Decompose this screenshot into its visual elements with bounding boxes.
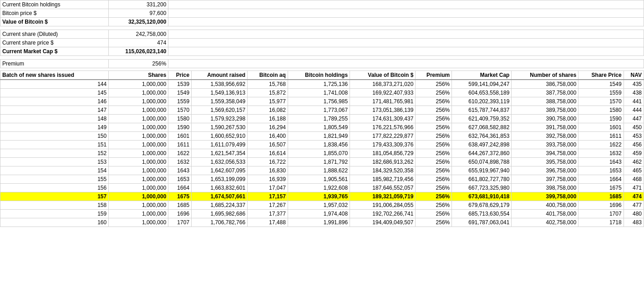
- table-row: 1511,000,00016111,611,079,49916,5071,838…: [0, 141, 644, 149]
- table-cell: 1,957,032: [288, 201, 350, 210]
- table-cell: 1,559,358,049: [192, 97, 248, 106]
- table-cell: 171,481,765,981: [350, 97, 416, 106]
- table-cell: 156: [0, 184, 109, 192]
- table-cell: 256%: [416, 80, 452, 89]
- table-cell: 174,631,309,437: [350, 115, 416, 123]
- table-cell: 621,409,759,352: [452, 115, 512, 123]
- table-cell: 1664: [168, 184, 192, 192]
- table-cell: 1611: [168, 141, 192, 149]
- table-cell: 1580: [168, 115, 192, 123]
- table-cell: 1696: [578, 201, 624, 210]
- table-cell: 1,871,792: [288, 158, 350, 166]
- table-cell: 398,758,000: [512, 184, 578, 192]
- table-cell: 256%: [416, 132, 452, 141]
- table-cell: 1,579,923,298: [192, 115, 248, 123]
- table-cell: 16,722: [248, 158, 288, 166]
- table-cell: 402,758,000: [512, 218, 578, 227]
- table-row: 1471,000,00015701,569,620,15716,0821,773…: [0, 106, 644, 115]
- table-cell: 395,758,000: [512, 158, 578, 166]
- table-cell: 615,787,744,837: [452, 106, 512, 115]
- table-cell: 185,982,719,456: [350, 175, 416, 184]
- table-cell: 661,802,727,780: [452, 175, 512, 184]
- summary-label: Value of Bitcoin $: [0, 18, 109, 26]
- table-cell: 1601: [168, 132, 192, 141]
- table-cell: 17,267: [248, 201, 288, 210]
- table-cell: 1,000,000: [109, 158, 168, 166]
- table-cell: 160: [0, 218, 109, 227]
- column-header-2: Price: [168, 71, 192, 80]
- table-cell: 256%: [416, 149, 452, 158]
- table-cell: 1539: [168, 80, 192, 89]
- table-cell: 397,758,000: [512, 175, 578, 184]
- table-cell: 1611: [578, 132, 624, 141]
- table-cell: 1707: [168, 218, 192, 227]
- table-cell: 387,758,000: [512, 89, 578, 97]
- table-cell: 256%: [416, 106, 452, 115]
- table-cell: 1,805,549: [288, 123, 350, 132]
- table-cell: 149: [0, 123, 109, 132]
- table-cell: 1,706,782,766: [192, 218, 248, 227]
- table-cell: 256%: [416, 123, 452, 132]
- table-cell: 15,977: [248, 97, 288, 106]
- table-cell: 16,939: [248, 175, 288, 184]
- table-cell: 256%: [416, 166, 452, 175]
- table-cell: 453: [624, 132, 644, 141]
- table-cell: 1,000,000: [109, 192, 168, 201]
- table-cell: 650,074,898,788: [452, 158, 512, 166]
- table-cell: 474: [624, 192, 644, 201]
- table-cell: 1,611,079,499: [192, 141, 248, 149]
- table-cell: 1675: [168, 192, 192, 201]
- table-cell: 150: [0, 132, 109, 141]
- table-cell: 1,000,000: [109, 80, 168, 89]
- table-cell: 1,000,000: [109, 184, 168, 192]
- table-cell: 1,000,000: [109, 115, 168, 123]
- table-cell: 1,888,622: [288, 166, 350, 175]
- table-cell: 386,758,000: [512, 80, 578, 89]
- table-cell: 256%: [416, 158, 452, 166]
- table-cell: 182,686,913,262: [350, 158, 416, 166]
- table-cell: 477: [624, 201, 644, 210]
- table-cell: 1,632,056,533: [192, 158, 248, 166]
- table-cell: 256%: [416, 141, 452, 149]
- table-cell: 435: [624, 80, 644, 89]
- table-cell: 1559: [578, 89, 624, 97]
- table-cell: 389,758,000: [512, 106, 578, 115]
- table-cell: 673,681,910,418: [452, 192, 512, 201]
- table-cell: 256%: [416, 97, 452, 106]
- table-row: 1571,000,00016751,674,507,66117,1571,939…: [0, 192, 644, 201]
- table-cell: 1632: [168, 158, 192, 166]
- table-cell: 256%: [416, 89, 452, 97]
- table-cell: 1,905,561: [288, 175, 350, 184]
- table-row: 1581,000,00016851,685,224,33717,2671,957…: [0, 201, 644, 210]
- table-cell: 256%: [416, 218, 452, 227]
- table-cell: 1,642,607,095: [192, 166, 248, 175]
- table-cell: 1643: [578, 158, 624, 166]
- table-row: 1551,000,00016531,653,199,09916,9391,905…: [0, 175, 644, 184]
- table-cell: 148: [0, 115, 109, 123]
- table-cell: 1,939,765: [288, 192, 350, 201]
- table-cell: 1,000,000: [109, 175, 168, 184]
- table-cell: 1,756,985: [288, 97, 350, 106]
- table-cell: 1,000,000: [109, 218, 168, 227]
- table-cell: 1,569,620,157: [192, 106, 248, 115]
- table-cell: 1,590,267,530: [192, 123, 248, 132]
- table-cell: 1580: [578, 106, 624, 115]
- table-cell: 604,653,558,189: [452, 89, 512, 97]
- table-cell: 16,507: [248, 141, 288, 149]
- table-cell: 1601: [578, 123, 624, 132]
- table-cell: 1,855,070: [288, 149, 350, 158]
- summary-value: 242,758,000: [109, 30, 168, 39]
- column-header-1: Shares: [109, 71, 168, 80]
- table-cell: 17,047: [248, 184, 288, 192]
- table-cell: 16,188: [248, 115, 288, 123]
- table-cell: 1675: [578, 184, 624, 192]
- table-cell: 667,723,325,980: [452, 184, 512, 192]
- column-header-11: NAV: [624, 71, 644, 80]
- summary-value: 474: [109, 39, 168, 47]
- table-cell: 256%: [416, 201, 452, 210]
- table-cell: 1570: [578, 97, 624, 106]
- column-header-4: Bitcoin aq: [248, 71, 288, 80]
- column-header-3: Amount raised: [192, 71, 248, 80]
- table-cell: 1,838,456: [288, 141, 350, 149]
- table-cell: 15,872: [248, 89, 288, 97]
